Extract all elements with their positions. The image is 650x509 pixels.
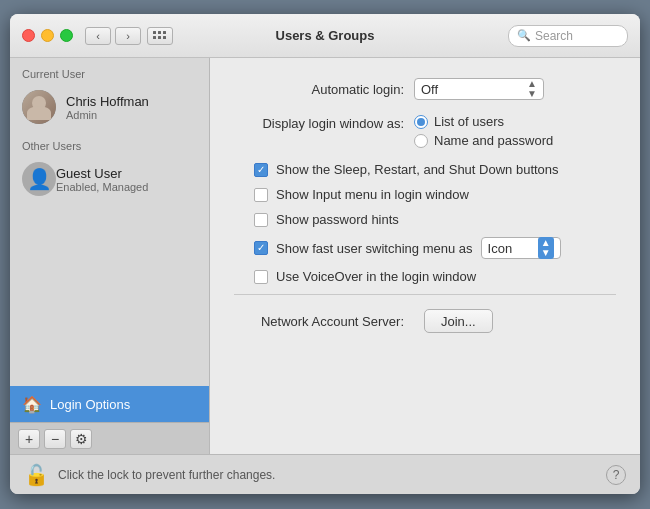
- radio-list-row[interactable]: List of users: [414, 114, 553, 129]
- forward-button[interactable]: ›: [115, 27, 141, 45]
- lock-icon: 🔓: [24, 463, 49, 487]
- grid-dot: [158, 31, 161, 34]
- gear-button[interactable]: ⚙: [70, 429, 92, 449]
- other-users-label: Other Users: [10, 130, 209, 156]
- fast-user-label: Show fast user switching menu as: [276, 241, 473, 256]
- grid-dot: [153, 31, 156, 34]
- input-menu-checkbox[interactable]: [254, 188, 268, 202]
- house-icon: 🏠: [22, 394, 42, 414]
- window-title: Users & Groups: [276, 28, 375, 43]
- avatar-image: [22, 90, 56, 124]
- select-arrows-icon: ▲▼: [527, 79, 537, 99]
- network-row: Network Account Server: Join...: [234, 309, 616, 333]
- gear-icon: ⚙: [75, 431, 88, 447]
- bottom-bar: 🔓 Click the lock to prevent further chan…: [10, 454, 640, 494]
- voiceover-label: Use VoiceOver in the login window: [276, 269, 476, 284]
- guest-user-info: Guest User Enabled, Managed: [56, 166, 148, 193]
- input-menu-row[interactable]: Show Input menu in login window: [254, 187, 616, 202]
- radio-name-password[interactable]: [414, 134, 428, 148]
- login-options-item[interactable]: 🏠 Login Options: [10, 386, 209, 422]
- close-button[interactable]: [22, 29, 35, 42]
- search-box[interactable]: 🔍 Search: [508, 25, 628, 47]
- current-user-label: Current User: [10, 58, 209, 84]
- login-options-label: Login Options: [50, 397, 130, 412]
- search-icon: 🔍: [517, 29, 531, 42]
- input-menu-label: Show Input menu in login window: [276, 187, 469, 202]
- radio-group: List of users Name and password: [414, 114, 553, 148]
- lock-text: Click the lock to prevent further change…: [58, 468, 596, 482]
- remove-user-button[interactable]: −: [44, 429, 66, 449]
- grid-dot: [163, 36, 166, 39]
- guest-name: Guest User: [56, 166, 148, 181]
- sidebar-bottom-bar: + − ⚙: [10, 422, 209, 454]
- fast-user-checkbox[interactable]: ✓: [254, 241, 268, 255]
- divider: [234, 294, 616, 295]
- checkbox-section: ✓ Show the Sleep, Restart, and Shut Down…: [254, 162, 616, 284]
- join-button[interactable]: Join...: [424, 309, 493, 333]
- radio-name-row[interactable]: Name and password: [414, 133, 553, 148]
- grid-dot: [163, 31, 166, 34]
- content-area: Current User Chris Hoffman Admin Other U…: [10, 58, 640, 454]
- sleep-checkbox[interactable]: ✓: [254, 163, 268, 177]
- checkmark-icon: ✓: [257, 165, 265, 175]
- nav-buttons: ‹ ›: [85, 27, 141, 45]
- guest-user-item[interactable]: 👤 Guest User Enabled, Managed: [10, 156, 209, 202]
- sleep-row[interactable]: ✓ Show the Sleep, Restart, and Shut Down…: [254, 162, 616, 177]
- sleep-label: Show the Sleep, Restart, and Shut Down b…: [276, 162, 559, 177]
- titlebar: ‹ › Users & Groups 🔍 Search: [10, 14, 640, 58]
- app-grid-button[interactable]: [147, 27, 173, 45]
- user-role: Admin: [66, 109, 149, 121]
- fast-user-value: Icon: [488, 241, 513, 256]
- grid-dot: [158, 36, 161, 39]
- checkmark-icon: ✓: [257, 243, 265, 253]
- automatic-login-label: Automatic login:: [234, 82, 414, 97]
- fast-user-row[interactable]: ✓ Show fast user switching menu as Icon …: [254, 237, 616, 259]
- voiceover-row[interactable]: Use VoiceOver in the login window: [254, 269, 616, 284]
- password-hints-row[interactable]: Show password hints: [254, 212, 616, 227]
- display-login-label: Display login window as:: [234, 114, 414, 131]
- password-hints-label: Show password hints: [276, 212, 399, 227]
- help-button[interactable]: ?: [606, 465, 626, 485]
- sidebar: Current User Chris Hoffman Admin Other U…: [10, 58, 210, 454]
- automatic-login-row: Automatic login: Off ▲▼: [234, 78, 616, 100]
- user-info: Chris Hoffman Admin: [66, 94, 149, 121]
- display-login-row: Display login window as: List of users N…: [234, 114, 616, 148]
- maximize-button[interactable]: [60, 29, 73, 42]
- grid-dot: [153, 36, 156, 39]
- guest-avatar: 👤: [22, 162, 56, 196]
- fast-user-select[interactable]: Icon ▲▼: [481, 237, 561, 259]
- current-user-item[interactable]: Chris Hoffman Admin: [10, 84, 209, 130]
- avatar: [22, 90, 56, 124]
- main-panel: Automatic login: Off ▲▼ Display login wi…: [210, 58, 640, 454]
- password-hints-checkbox[interactable]: [254, 213, 268, 227]
- automatic-login-select[interactable]: Off ▲▼: [414, 78, 544, 100]
- back-button[interactable]: ‹: [85, 27, 111, 45]
- radio-inner: [417, 118, 425, 126]
- radio-list-label: List of users: [434, 114, 504, 129]
- add-user-button[interactable]: +: [18, 429, 40, 449]
- inline-select-arrows-icon: ▲▼: [538, 237, 554, 259]
- user-name: Chris Hoffman: [66, 94, 149, 109]
- network-account-label: Network Account Server:: [234, 314, 414, 329]
- guest-status: Enabled, Managed: [56, 181, 148, 193]
- search-placeholder: Search: [535, 29, 573, 43]
- guest-icon: 👤: [27, 167, 52, 191]
- radio-list-users[interactable]: [414, 115, 428, 129]
- minimize-button[interactable]: [41, 29, 54, 42]
- voiceover-checkbox[interactable]: [254, 270, 268, 284]
- lock-button[interactable]: 🔓: [24, 463, 48, 487]
- automatic-login-value: Off: [421, 82, 438, 97]
- traffic-lights: [22, 29, 73, 42]
- radio-name-label: Name and password: [434, 133, 553, 148]
